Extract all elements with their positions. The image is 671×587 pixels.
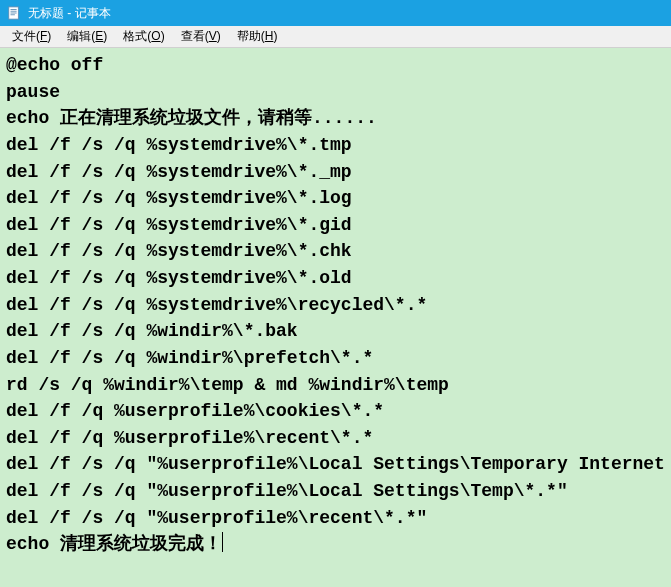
menu-help[interactable]: 帮助(H) (229, 26, 286, 47)
titlebar[interactable]: 无标题 - 记事本 (0, 0, 671, 26)
notepad-window: 无标题 - 记事本 文件(F) 编辑(E) 格式(O) 查看(V) 帮助(H) … (0, 0, 671, 587)
menu-edit[interactable]: 编辑(E) (59, 26, 115, 47)
notepad-icon (6, 5, 22, 21)
menubar: 文件(F) 编辑(E) 格式(O) 查看(V) 帮助(H) (0, 26, 671, 48)
menu-file[interactable]: 文件(F) (4, 26, 59, 47)
text-area[interactable]: @echo off pause echo 正在清理系统垃圾文件，请稍等.....… (0, 48, 671, 587)
window-title: 无标题 - 记事本 (28, 5, 111, 22)
text-content: @echo off pause echo 正在清理系统垃圾文件，请稍等.....… (6, 55, 665, 554)
menu-format[interactable]: 格式(O) (115, 26, 172, 47)
text-caret (222, 532, 223, 552)
menu-view[interactable]: 查看(V) (173, 26, 229, 47)
